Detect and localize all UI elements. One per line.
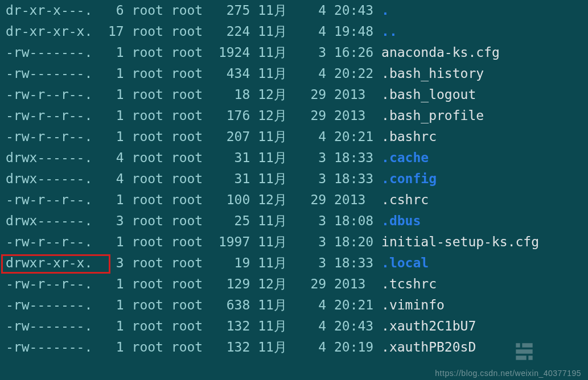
- size: 1924: [211, 45, 250, 60]
- group: root: [171, 276, 211, 291]
- month: 11月: [258, 255, 302, 270]
- month: 12月: [258, 108, 302, 123]
- month: 11月: [258, 340, 302, 354]
- group: root: [171, 108, 211, 123]
- owner: root: [132, 24, 171, 39]
- filename: .bash_history: [381, 66, 484, 81]
- owner: root: [132, 45, 171, 60]
- permissions: -rw-------.: [6, 66, 100, 81]
- size: 25: [211, 213, 250, 228]
- filename: .dbus: [381, 213, 421, 228]
- link-count: 1: [100, 192, 124, 207]
- watermark-text: https://blog.csdn.net/weixin_40377195: [435, 369, 581, 378]
- time: 18:08: [334, 213, 381, 228]
- month: 12月: [258, 87, 302, 102]
- group: root: [171, 192, 211, 207]
- size: 1997: [211, 234, 250, 249]
- time: 18:33: [334, 150, 381, 165]
- day: 3: [303, 213, 327, 228]
- time: 20:19: [334, 340, 381, 354]
- link-count: 4: [100, 150, 124, 165]
- listing-row: -rw-------. 1 root root 1924 11月 3 16:26…: [6, 42, 588, 63]
- size: 434: [211, 66, 250, 81]
- listing-row: drwx------. 4 root root 31 11月 3 18:33 .…: [6, 168, 588, 189]
- permissions: -rw-------.: [6, 45, 100, 60]
- filename: .config: [381, 171, 437, 186]
- permissions: -rw-------.: [6, 298, 100, 312]
- month: 11月: [258, 45, 302, 60]
- permissions: -rw-r--r--.: [6, 192, 100, 207]
- listing-row: -rw-r--r--. 1 root root 18 12月 29 2013 .…: [6, 84, 588, 105]
- size: 18: [211, 87, 250, 102]
- day: 4: [303, 24, 327, 39]
- day: 4: [303, 129, 327, 144]
- link-count: 1: [100, 340, 124, 354]
- permissions: dr-xr-xr-x.: [6, 24, 100, 39]
- terminal-output: dr-xr-x---. 6 root root 275 11月 4 20:43 …: [0, 0, 588, 358]
- filename: .xauth2C1bU7: [381, 319, 476, 333]
- link-count: 1: [100, 234, 124, 249]
- owner: root: [132, 234, 171, 249]
- month: 11月: [258, 24, 302, 39]
- group: root: [171, 255, 211, 270]
- day: 4: [303, 340, 327, 354]
- link-count: 1: [100, 66, 124, 81]
- group: root: [171, 234, 211, 249]
- owner: root: [132, 319, 171, 333]
- month: 11月: [258, 150, 302, 165]
- filename: .cache: [381, 150, 429, 165]
- day: 3: [303, 234, 327, 249]
- month: 11月: [258, 234, 302, 249]
- filename: .xauthPB20sD: [381, 340, 476, 354]
- group: root: [171, 150, 211, 165]
- month: 11月: [258, 298, 302, 312]
- time: 19:48: [334, 24, 381, 39]
- group: root: [171, 319, 211, 333]
- owner: root: [132, 3, 171, 18]
- month: 11月: [258, 3, 302, 18]
- owner: root: [132, 255, 171, 270]
- filename: .bashrc: [381, 129, 437, 144]
- filename: .: [381, 3, 389, 18]
- month: 11月: [258, 171, 302, 186]
- listing-row: -rw-------. 1 root root 638 11月 4 20:21 …: [6, 295, 588, 316]
- listing-row: -rw-------. 1 root root 132 11月 4 20:19 …: [6, 337, 588, 358]
- link-count: 1: [100, 108, 124, 123]
- day: 3: [303, 150, 327, 165]
- group: root: [171, 3, 211, 18]
- size: 638: [211, 298, 250, 312]
- filename: .tcshrc: [381, 276, 437, 291]
- size: 129: [211, 276, 250, 291]
- link-count: 3: [100, 255, 124, 270]
- listing-row: -rw-r--r--. 1 root root 1997 11月 3 18:20…: [6, 232, 588, 253]
- link-count: 1: [100, 129, 124, 144]
- time: 2013: [334, 276, 381, 291]
- time: 18:20: [334, 234, 381, 249]
- day: 29: [303, 108, 327, 123]
- month: 11月: [258, 129, 302, 144]
- day: 29: [303, 87, 327, 102]
- group: root: [171, 298, 211, 312]
- day: 3: [303, 255, 327, 270]
- owner: root: [132, 66, 171, 81]
- owner: root: [132, 192, 171, 207]
- month: 11月: [258, 213, 302, 228]
- permissions: -rw-------.: [6, 319, 100, 333]
- listing-row: drwxr-xr-x. 3 root root 19 11月 3 18:33 .…: [6, 253, 588, 274]
- size: 132: [211, 319, 250, 333]
- time: 2013: [334, 192, 381, 207]
- group: root: [171, 87, 211, 102]
- time: 16:26: [334, 45, 381, 60]
- listing-row: dr-xr-xr-x. 17 root root 224 11月 4 19:48…: [6, 21, 588, 42]
- permissions: drwx------.: [6, 213, 100, 228]
- link-count: 3: [100, 213, 124, 228]
- size: 31: [211, 171, 250, 186]
- permissions: drwx------.: [6, 150, 100, 165]
- day: 3: [303, 171, 327, 186]
- filename: .bash_logout: [381, 87, 476, 102]
- filename: .local: [381, 255, 429, 270]
- group: root: [171, 129, 211, 144]
- owner: root: [132, 87, 171, 102]
- owner: root: [132, 340, 171, 354]
- time: 2013: [334, 87, 381, 102]
